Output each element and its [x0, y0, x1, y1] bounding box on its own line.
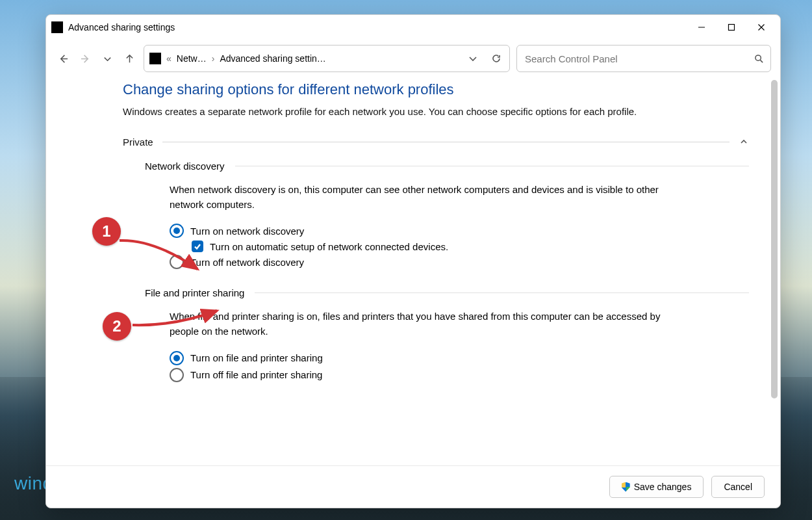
radio-file-printer-on[interactable]: Turn on file and printer sharing [170, 351, 749, 365]
recent-locations-button[interactable] [99, 51, 115, 66]
app-icon [51, 21, 63, 33]
address-bar[interactable]: « Netw… › Advanced sharing settin… [144, 45, 510, 72]
scrollbar[interactable] [771, 80, 778, 398]
network-discovery-desc: When network discovery is on, this compu… [170, 182, 663, 213]
svg-point-1 [755, 55, 761, 60]
radio-label: Turn on file and printer sharing [190, 352, 323, 363]
divider [162, 142, 730, 142]
location-icon [149, 53, 161, 64]
breadcrumb-prefix[interactable]: « [166, 53, 171, 64]
navbar: « Netw… › Advanced sharing settin… [46, 40, 780, 77]
back-button[interactable] [55, 51, 71, 66]
close-button[interactable] [746, 17, 776, 38]
radio-network-discovery-off[interactable]: Turn off network discovery [170, 255, 749, 269]
network-discovery-group: Network discovery When network discovery… [145, 161, 749, 270]
radio-file-printer-off[interactable]: Turn off file and printer sharing [170, 368, 749, 382]
minimize-button[interactable] [687, 17, 717, 38]
annotation-badge-2: 2 [103, 312, 131, 341]
maximize-button[interactable] [717, 17, 746, 38]
chevron-up-icon [739, 136, 749, 147]
radio-label: Turn off network discovery [190, 257, 304, 268]
section-private-header[interactable]: Private [123, 136, 749, 148]
refresh-button[interactable] [487, 49, 505, 68]
breadcrumb-item-advanced[interactable]: Advanced sharing settin… [220, 53, 325, 64]
chevron-right-icon: › [212, 53, 215, 64]
radio-label: Turn on network discovery [190, 226, 304, 237]
divider [235, 166, 749, 166]
uac-shield-icon [622, 482, 630, 492]
up-button[interactable] [121, 51, 137, 66]
breadcrumb: « Netw… › Advanced sharing settin… [166, 53, 326, 64]
section-private-label: Private [123, 136, 153, 148]
address-dropdown-button[interactable] [464, 49, 482, 68]
radio-label: Turn off file and printer sharing [190, 369, 322, 380]
save-changes-button[interactable]: Save changes [609, 476, 704, 498]
annotation-arrow-2 [129, 299, 226, 332]
search-box[interactable] [516, 45, 771, 72]
page-description: Windows creates a separate network profi… [123, 105, 662, 120]
breadcrumb-item-network[interactable]: Netw… [177, 53, 207, 64]
save-label: Save changes [634, 482, 692, 492]
footer: Save changes Cancel [46, 465, 780, 508]
cancel-label: Cancel [724, 482, 752, 492]
file-printer-sharing-group: File and printer sharing When file and p… [145, 287, 749, 382]
radio-network-discovery-on[interactable]: Turn on network discovery [170, 224, 749, 238]
annotation-arrow-1 [116, 234, 207, 280]
window-title: Advanced sharing settings [68, 22, 175, 32]
checkbox-label: Turn on automatic setup of network conne… [210, 241, 448, 252]
forward-button[interactable] [77, 51, 93, 66]
radio-icon [170, 351, 184, 365]
radio-icon [170, 368, 184, 382]
file-printer-desc: When file and printer sharing is on, fil… [170, 309, 663, 339]
divider [255, 292, 749, 293]
network-discovery-title: Network discovery [145, 161, 225, 172]
page-heading: Change sharing options for different net… [123, 81, 749, 98]
svg-rect-0 [729, 25, 735, 31]
search-icon [754, 54, 764, 64]
search-input[interactable] [524, 53, 754, 65]
cancel-button[interactable]: Cancel [711, 476, 765, 498]
file-printer-title: File and printer sharing [145, 287, 244, 298]
titlebar: Advanced sharing settings [46, 15, 780, 40]
checkbox-auto-setup[interactable]: Turn on automatic setup of network conne… [192, 240, 749, 252]
